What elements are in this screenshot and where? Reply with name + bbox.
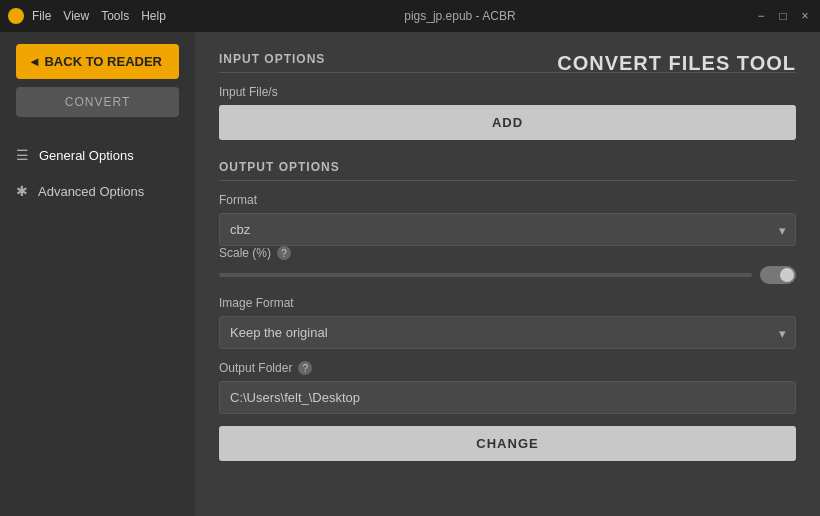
change-button[interactable]: CHANGE [219, 426, 796, 461]
close-button[interactable]: × [798, 9, 812, 23]
output-folder-label: Output Folder [219, 361, 292, 375]
format-select[interactable]: cbz cbr pdf epub [219, 213, 796, 246]
scale-label: Scale (%) [219, 246, 271, 260]
input-files-label: Input File/s [219, 85, 796, 99]
sidebar-nav: ☰ General Options ✱ Advanced Options [0, 137, 195, 209]
scale-help-icon[interactable]: ? [277, 246, 291, 260]
window-title: pigs_jp.epub - ACBR [404, 9, 515, 23]
convert-button[interactable]: CONVERT [16, 87, 179, 117]
page-title: CONVERT FILES TOOL [557, 52, 796, 75]
menu-help[interactable]: Help [141, 9, 166, 23]
window-controls: − □ × [754, 9, 812, 23]
output-folder-input[interactable] [219, 381, 796, 414]
menu-file[interactable]: File [32, 9, 51, 23]
titlebar-left: File View Tools Help [8, 8, 166, 24]
minimize-button[interactable]: − [754, 9, 768, 23]
titlebar: File View Tools Help pigs_jp.epub - ACBR… [0, 0, 820, 32]
back-to-reader-button[interactable]: ◄ BACK TO READER [16, 44, 179, 79]
scale-toggle[interactable] [760, 266, 796, 284]
content-area: CONVERT FILES TOOL INPUT OPTIONS Input F… [195, 32, 820, 516]
scale-slider[interactable] [219, 273, 752, 277]
output-options-section: OUTPUT OPTIONS Format cbz cbr pdf epub S… [219, 160, 796, 461]
image-format-label: Image Format [219, 296, 796, 310]
maximize-button[interactable]: □ [776, 9, 790, 23]
slider-wrapper [219, 266, 796, 284]
titlebar-menu: File View Tools Help [32, 9, 166, 23]
sidebar-item-advanced[interactable]: ✱ Advanced Options [0, 173, 195, 209]
advanced-options-icon: ✱ [16, 183, 28, 199]
image-format-select-wrapper: Keep the original jpg png webp avif [219, 316, 796, 349]
menu-tools[interactable]: Tools [101, 9, 129, 23]
output-section-title: OUTPUT OPTIONS [219, 160, 796, 181]
format-label: Format [219, 193, 796, 207]
main-layout: ◄ BACK TO READER CONVERT ☰ General Optio… [0, 32, 820, 516]
format-select-wrapper: cbz cbr pdf epub [219, 213, 796, 246]
sidebar-item-general[interactable]: ☰ General Options [0, 137, 195, 173]
menu-view[interactable]: View [63, 9, 89, 23]
app-icon [8, 8, 24, 24]
sidebar: ◄ BACK TO READER CONVERT ☰ General Optio… [0, 32, 195, 516]
image-format-select[interactable]: Keep the original jpg png webp avif [219, 316, 796, 349]
add-button[interactable]: ADD [219, 105, 796, 140]
sidebar-item-general-label: General Options [39, 148, 134, 163]
output-folder-row: Output Folder ? [219, 361, 796, 375]
output-folder-help-icon[interactable]: ? [298, 361, 312, 375]
scale-row: Scale (%) ? [219, 246, 796, 260]
sidebar-item-advanced-label: Advanced Options [38, 184, 144, 199]
general-options-icon: ☰ [16, 147, 29, 163]
